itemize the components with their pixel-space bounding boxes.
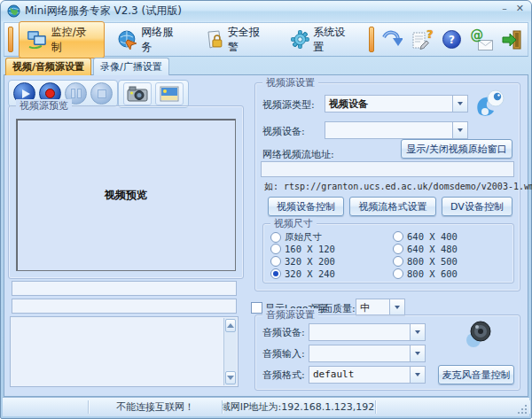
video-source-settings-group: 视频源设置 视频源类型: 视频设备 视频设备: 显示/关闭视频原始窗口 网络视频… xyxy=(254,82,520,291)
toggle-original-window-button[interactable]: 显示/关闭视频原始窗口 xyxy=(401,139,512,159)
arrow-down-icon xyxy=(227,376,234,380)
group-caption: 音频源设置 xyxy=(262,308,318,322)
dropdown-arrow[interactable] xyxy=(410,345,425,361)
tab-video-audio-source[interactable]: 视频/音频源设置 xyxy=(5,58,91,75)
dropdown-arrow[interactable] xyxy=(410,324,425,340)
toolbar-button-system-settings[interactable]: 系统设置 xyxy=(283,21,364,58)
arrow-up-icon xyxy=(227,323,234,328)
pause-icon xyxy=(71,89,82,98)
audio-device-combo[interactable] xyxy=(309,323,426,341)
status-message: 不能连接互联网！ xyxy=(89,400,223,414)
resize-grip[interactable] xyxy=(517,404,528,415)
tab-strip: 视频/音频源设置 录像/广播设置 xyxy=(5,56,171,75)
video-device-combo[interactable] xyxy=(325,121,468,139)
window-title: Mini网络服务专家 V2.3 (试用版) xyxy=(25,4,182,19)
toolbar-button-label: 网络服务 xyxy=(141,25,184,55)
combo-value: 视频设备 xyxy=(325,96,452,112)
dropdown-arrow[interactable] xyxy=(389,299,404,315)
radio-size-original[interactable]: 原始尺寸 xyxy=(270,231,322,244)
app-window: Mini网络服务专家 V2.3 (试用版) – ✕ 监控/录制 网络 xyxy=(0,0,532,419)
status-segment-empty xyxy=(376,400,529,414)
video-preview-area: 视频预览 xyxy=(16,119,236,271)
register-button[interactable]: ? xyxy=(410,27,434,52)
minimize-button[interactable]: – xyxy=(502,3,507,15)
status-ip-info: 局域网IP地址为:192.168.1.123,192.... xyxy=(223,400,376,414)
video-device-control-button[interactable]: 视频设备控制 xyxy=(268,197,344,216)
picture-button[interactable] xyxy=(155,82,184,105)
stream-address-label: 网络视频流地址: xyxy=(262,148,334,161)
source-type-label: 视频源类型: xyxy=(262,98,315,112)
toolbar-button-label: 系统设置 xyxy=(313,25,356,55)
dual-monitor-icon xyxy=(27,30,48,49)
capture-toolbar xyxy=(118,80,189,108)
toolbar-grip[interactable] xyxy=(8,27,13,52)
undo-button[interactable] xyxy=(379,27,404,52)
quality-label: 画面质量: xyxy=(313,302,356,315)
group-caption: 视频源设置 xyxy=(262,76,318,89)
audio-device-label: 音频设备: xyxy=(262,326,305,339)
toolbar-button-security-alarm[interactable]: 安全报警 xyxy=(197,21,278,58)
status-segment-empty xyxy=(3,400,89,414)
toolbar-button-network-service[interactable]: 网络服务 xyxy=(110,21,192,58)
combo-value xyxy=(309,345,410,361)
email-button[interactable]: @ xyxy=(469,27,494,52)
toolbar-button-monitor-record[interactable]: 监控/录制 xyxy=(19,21,106,58)
scrollbar[interactable] xyxy=(223,318,237,385)
toolbar-grip[interactable] xyxy=(369,27,374,52)
show-logo-checkbox[interactable] xyxy=(251,302,262,314)
help-button[interactable]: ? xyxy=(440,27,465,52)
globe-icon xyxy=(7,4,20,18)
play-icon xyxy=(22,89,30,98)
combo-value: default xyxy=(309,367,410,383)
log-listbox[interactable] xyxy=(10,316,239,387)
info-field-1[interactable] xyxy=(12,281,237,296)
dropdown-arrow[interactable] xyxy=(452,122,467,138)
at-mail-icon: @ xyxy=(470,29,493,50)
audio-format-combo[interactable]: default xyxy=(309,366,426,384)
mic-volume-button[interactable]: 麦克风音量控制 xyxy=(438,365,514,384)
radio-size-640x400[interactable]: 640 X 400 xyxy=(393,231,458,242)
curved-arrow-icon xyxy=(381,29,403,50)
scroll-up-button[interactable] xyxy=(225,319,236,332)
exit-button[interactable] xyxy=(499,27,524,52)
quality-combo[interactable]: 中 xyxy=(356,299,405,316)
stop-icon xyxy=(98,89,106,98)
close-button[interactable]: ✕ xyxy=(516,3,524,15)
stream-format-button[interactable]: 视频流格式设置 xyxy=(349,197,436,216)
speaker-icon xyxy=(463,319,495,349)
source-type-combo[interactable]: 视频设备 xyxy=(325,95,468,113)
dropdown-arrow[interactable] xyxy=(410,367,425,383)
video-size-group: 视频尺寸 原始尺寸 160 X 120 320 X 200 320 X 240 … xyxy=(262,223,514,283)
gear-icon xyxy=(291,30,309,49)
combo-value xyxy=(309,324,410,340)
radio-size-320x240[interactable]: 320 X 240 xyxy=(270,268,335,279)
radio-size-640x480[interactable]: 640 X 480 xyxy=(393,244,458,254)
radio-size-800x500[interactable]: 800 X 500 xyxy=(393,256,458,267)
title-bar[interactable]: Mini网络服务专家 V2.3 (试用版) – ✕ xyxy=(1,1,531,21)
radio-size-320x200[interactable]: 320 X 200 xyxy=(270,256,335,267)
webcam-icon xyxy=(473,87,508,119)
dv-control-button[interactable]: DV设备控制 xyxy=(442,197,512,216)
radio-size-160x120[interactable]: 160 X 120 xyxy=(270,244,335,254)
question-circle-icon: ? xyxy=(442,30,461,49)
video-preview-group: 视频源预览 视频预览 xyxy=(8,105,244,279)
tab-record-broadcast[interactable]: 录像/广播设置 xyxy=(93,58,169,75)
exit-door-icon xyxy=(501,30,522,50)
group-caption: 视频尺寸 xyxy=(270,217,317,230)
lock-page-icon xyxy=(205,30,224,50)
combo-value xyxy=(325,122,452,138)
main-panel: 视频源预览 视频预览 视频源设置 视频源类型: 视频设备 xyxy=(4,74,528,397)
dropdown-arrow[interactable] xyxy=(452,96,467,112)
globe-arrow-icon xyxy=(118,30,137,50)
info-field-2[interactable] xyxy=(12,299,237,314)
audio-input-label: 音频输入: xyxy=(262,347,305,361)
stream-address-input[interactable] xyxy=(261,161,514,177)
scroll-down-button[interactable] xyxy=(225,371,236,384)
stop-button[interactable] xyxy=(90,82,113,105)
record-icon xyxy=(45,89,55,98)
audio-input-combo[interactable] xyxy=(309,345,426,362)
radio-size-800x600[interactable]: 800 X 600 xyxy=(393,268,458,279)
snapshot-button[interactable] xyxy=(123,82,152,105)
audio-source-settings-group: 音频源设置 音频设备: 音频输入: 音频格式: default xyxy=(254,314,520,391)
group-caption: 视频源预览 xyxy=(16,99,72,113)
